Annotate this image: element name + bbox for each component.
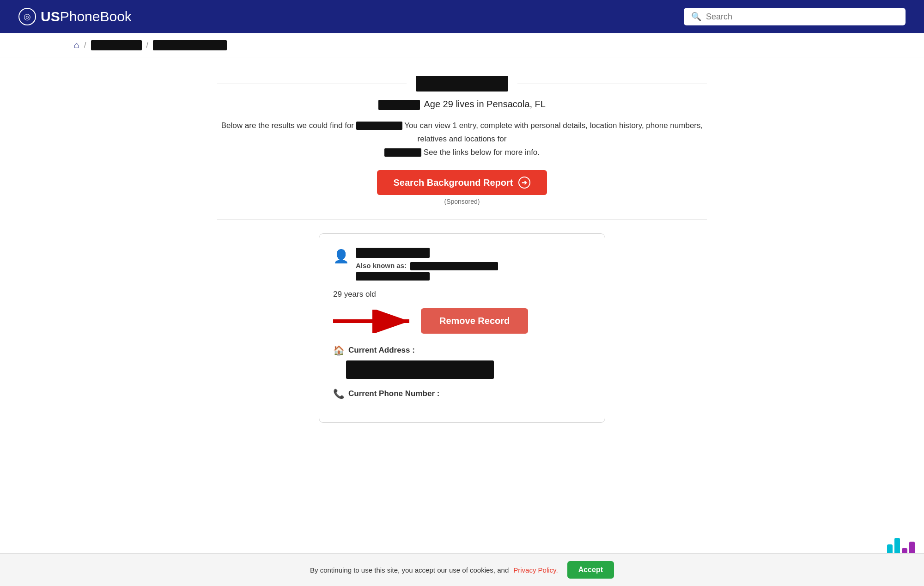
remove-record-button[interactable]: Remove Record: [421, 308, 528, 334]
card-age: 29 years old: [333, 290, 591, 299]
breadcrumb-sep-2: /: [146, 41, 148, 49]
desc-redacted-2: [384, 148, 421, 157]
logo-text: USPhoneBook: [41, 9, 132, 24]
card-person-info: Also known as:: [356, 248, 498, 283]
also-known-label: Also known as:: [356, 262, 407, 269]
red-arrow-icon: [333, 310, 416, 333]
desc-text-3: See the links below for more info.: [424, 148, 540, 157]
also-known-row: Also known as:: [356, 262, 498, 281]
search-icon: 🔍: [691, 12, 701, 22]
person-subtitle: Age 29 lives in Pensacola, FL: [217, 99, 707, 110]
current-address-title: 🏠 Current Address :: [333, 345, 591, 356]
card-name-redacted: [356, 248, 430, 258]
site-header: ◎ USPhoneBook 🔍: [0, 0, 924, 33]
sbr-arrow-icon: ➔: [518, 177, 530, 189]
main-content: Age 29 lives in Pensacola, FL Below are …: [208, 57, 716, 441]
content-divider: [217, 219, 707, 220]
desc-redacted-1: [356, 122, 402, 130]
sponsored-label: (Sponsored): [217, 198, 707, 205]
desc-text-2: You can view 1 entry, complete with pers…: [404, 121, 703, 143]
address-icon: 🏠: [333, 345, 345, 356]
also-known-name-redacted: [410, 262, 498, 270]
desc-text-1: Below are the results we could find for: [221, 121, 354, 130]
header-line-left: [217, 84, 407, 84]
remove-record-wrapper: Remove Record: [333, 308, 591, 334]
breadcrumb-item-1[interactable]: [91, 40, 142, 50]
search-input[interactable]: [706, 12, 898, 22]
person-first-name-redacted: [378, 100, 420, 110]
home-icon[interactable]: ⌂: [74, 40, 79, 50]
header-line-right: [517, 84, 707, 84]
person-description: Below are the results we could find for …: [217, 119, 707, 159]
logo[interactable]: ◎ USPhoneBook: [18, 8, 132, 25]
current-phone-section: 📞 Current Phone Number :: [333, 388, 591, 399]
current-phone-title: 📞 Current Phone Number :: [333, 388, 591, 399]
phone-icon: 📞: [333, 388, 345, 399]
breadcrumb: ⌂ / /: [0, 33, 924, 57]
person-header: [217, 76, 707, 92]
also-known-name-redacted-2: [356, 272, 430, 281]
person-card: 👤 Also known as: 29 years old: [319, 233, 605, 423]
logo-icon: ◎: [18, 8, 36, 25]
breadcrumb-item-2[interactable]: [153, 40, 227, 50]
search-background-report-button[interactable]: Search Background Report ➔: [377, 170, 547, 195]
current-phone-label: Current Phone Number :: [348, 389, 439, 398]
breadcrumb-sep-1: /: [84, 41, 86, 49]
search-bar[interactable]: 🔍: [684, 8, 906, 25]
person-name-redacted: [416, 76, 508, 92]
person-icon: 👤: [333, 249, 349, 264]
address-redacted: [346, 360, 494, 379]
sbr-label: Search Background Report: [394, 177, 513, 188]
current-address-section: 🏠 Current Address :: [333, 345, 591, 379]
card-person-row: 👤 Also known as:: [333, 248, 591, 283]
person-subtitle-text: Age 29 lives in Pensacola, FL: [424, 99, 546, 109]
current-address-label: Current Address :: [348, 346, 415, 355]
